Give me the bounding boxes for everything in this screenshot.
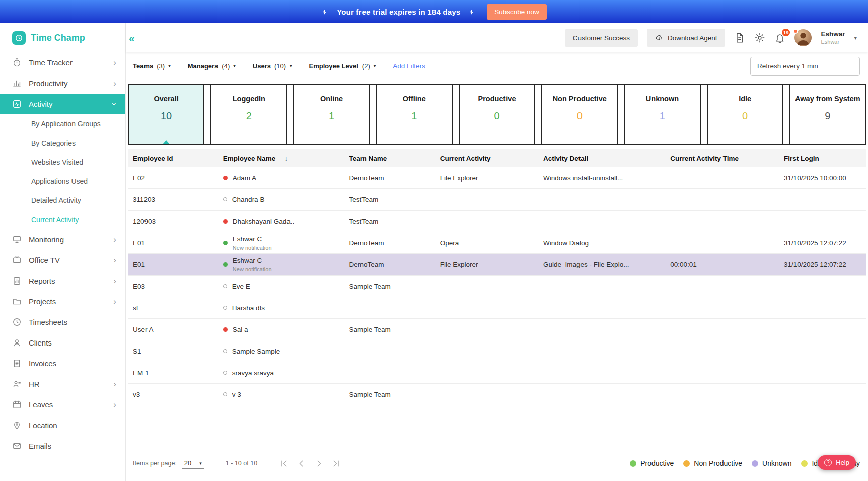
column-header-activity-detail[interactable]: Activity Detail bbox=[538, 155, 665, 162]
stat-card-non-productive[interactable]: Non Productive0 bbox=[541, 85, 618, 144]
sidebar-item-activity[interactable]: Activity› bbox=[0, 94, 125, 114]
sidebar-item-clients[interactable]: Clients bbox=[0, 332, 125, 353]
filter-users[interactable]: Users(10)▾ bbox=[253, 62, 292, 70]
activity-icon bbox=[12, 99, 22, 109]
status-dot-hollow bbox=[223, 371, 227, 375]
table-row[interactable]: E01Eshwar CNew notificationDemoTeamOpera… bbox=[128, 232, 866, 254]
sidebar-item-reports[interactable]: Reports› bbox=[0, 270, 125, 291]
legend-unknown: Unknown bbox=[752, 459, 791, 467]
status-dot-green bbox=[223, 241, 228, 245]
sidebar-item-label: HR bbox=[29, 380, 40, 388]
sidebar-subitem-websites-visited[interactable]: Websites Visited bbox=[0, 153, 125, 172]
employee-name-cell: sravya sravya bbox=[218, 369, 344, 377]
sidebar-subitem-by-categories[interactable]: By Categories bbox=[0, 133, 125, 153]
stat-card-idle[interactable]: Idle0 bbox=[707, 85, 783, 144]
help-button[interactable]: ? Help bbox=[818, 455, 856, 470]
table-row[interactable]: S1Sample Sample bbox=[128, 340, 866, 362]
user-menu[interactable]: Eshwar Eshwar bbox=[821, 30, 845, 46]
table-row[interactable]: E02Adam ADemoTeamFile ExplorerWindows in… bbox=[128, 167, 866, 189]
table-header-row: Employee IdEmployee Name↓Team NameCurren… bbox=[128, 149, 866, 167]
column-header-employee-name[interactable]: Employee Name↓ bbox=[218, 154, 344, 162]
subscribe-now-button[interactable]: Subscribe now bbox=[487, 4, 547, 20]
table-row[interactable]: 311203Chandra BTestTeam bbox=[128, 189, 866, 211]
notifications-bell-icon[interactable]: 19 bbox=[774, 32, 785, 43]
sidebar-item-productivity[interactable]: Productivity› bbox=[0, 73, 125, 94]
cell-login: 31/10/2025 12:07:22 bbox=[779, 239, 866, 247]
column-header-first-login[interactable]: First Login bbox=[779, 155, 866, 162]
items-per-page-select[interactable]: 20 ▾ bbox=[182, 458, 204, 469]
sidebar-subitem-current-activity[interactable]: Current Activity bbox=[0, 210, 125, 229]
document-icon[interactable] bbox=[734, 32, 745, 43]
table-row[interactable]: E03Eve ESample Team bbox=[128, 276, 866, 297]
cell-id: 120903 bbox=[128, 218, 218, 225]
table-row[interactable]: sfHarsha dfs bbox=[128, 297, 866, 319]
table-row[interactable]: EM 1sravya sravya bbox=[128, 362, 866, 384]
sidebar-subitem-applications-used[interactable]: Applications Used bbox=[0, 172, 125, 191]
stat-card-away-from-system[interactable]: Away from System9 bbox=[789, 85, 865, 144]
table-row[interactable]: User ASai aSample Team bbox=[128, 319, 866, 340]
sidebar-item-monitoring[interactable]: Monitoring› bbox=[0, 229, 125, 250]
download-agent-button[interactable]: Download Agent bbox=[647, 29, 725, 47]
brand-name: Time Champ bbox=[31, 33, 85, 43]
invoices-icon bbox=[12, 359, 22, 368]
employee-name: Chandra B bbox=[232, 196, 265, 203]
sidebar-subitem-detailed-activity[interactable]: Detailed Activity bbox=[0, 191, 125, 210]
stat-card-unknown[interactable]: Unknown1 bbox=[624, 85, 700, 144]
status-dot-hollow bbox=[223, 392, 227, 396]
collapse-sidebar-icon[interactable]: « bbox=[129, 33, 135, 43]
cloud-download-icon bbox=[655, 34, 663, 42]
filter-count: (2) bbox=[362, 62, 370, 70]
previous-page-button[interactable] bbox=[296, 458, 307, 469]
table-row[interactable]: E01Eshwar CNew notificationDemoTeamFile … bbox=[128, 254, 866, 276]
stat-card-overall[interactable]: Overall10 bbox=[129, 85, 204, 144]
filter-managers[interactable]: Managers(4)▾ bbox=[188, 62, 236, 70]
employee-name: v 3 bbox=[232, 391, 241, 398]
sidebar-item-office-tv[interactable]: Office TV› bbox=[0, 250, 125, 270]
settings-gear-icon[interactable] bbox=[754, 32, 765, 43]
chevron-right-icon: › bbox=[113, 256, 116, 264]
stat-card-online[interactable]: Online1 bbox=[293, 85, 370, 144]
column-header-current-activity-time[interactable]: Current Activity Time bbox=[665, 155, 779, 162]
table-row[interactable]: 120903Dhakshayani Gada..TestTeam bbox=[128, 211, 866, 232]
sidebar-item-leaves[interactable]: Leaves› bbox=[0, 394, 125, 415]
items-per-page-label: Items per page: bbox=[133, 460, 177, 467]
sidebar-item-invoices[interactable]: Invoices bbox=[0, 353, 125, 374]
column-header-team-name[interactable]: Team Name bbox=[344, 155, 435, 162]
next-page-button[interactable] bbox=[314, 458, 324, 469]
chevron-right-icon: › bbox=[113, 277, 116, 285]
filter-label: Managers bbox=[188, 62, 219, 70]
stat-card-offline[interactable]: Offline1 bbox=[376, 85, 453, 144]
filter-employee-level[interactable]: Employee Level(2)▾ bbox=[309, 62, 376, 70]
filter-teams[interactable]: Teams(3)▾ bbox=[133, 62, 171, 70]
lightning-bolt-icon bbox=[321, 8, 329, 16]
stat-card-productive[interactable]: Productive0 bbox=[459, 85, 535, 144]
column-header-employee-id[interactable]: Employee Id bbox=[128, 155, 218, 162]
sidebar-item-time-tracker[interactable]: Time Tracker› bbox=[0, 52, 125, 73]
sidebar-item-timesheets[interactable]: Timesheets bbox=[0, 312, 125, 332]
filter-label: Teams bbox=[133, 62, 153, 70]
customer-success-button[interactable]: Customer Success bbox=[565, 29, 638, 47]
avatar[interactable] bbox=[794, 29, 812, 46]
employee-name: Adam A bbox=[233, 174, 256, 182]
table-row[interactable]: v3v 3Sample Team bbox=[128, 384, 866, 405]
sidebar-item-projects[interactable]: Projects› bbox=[0, 291, 125, 312]
column-header-current-activity[interactable]: Current Activity bbox=[435, 155, 538, 162]
cell-detail: Window Dialog bbox=[538, 239, 665, 247]
first-page-button[interactable] bbox=[278, 458, 289, 469]
refresh-interval-select[interactable]: Refresh every 1 min bbox=[750, 57, 860, 76]
add-filters-link[interactable]: Add Filters bbox=[393, 62, 425, 70]
clients-icon bbox=[12, 338, 22, 348]
stat-card-loggedin[interactable]: LoggedIn2 bbox=[210, 85, 287, 144]
sidebar-item-location[interactable]: Location bbox=[0, 415, 125, 436]
chevron-right-icon: › bbox=[113, 79, 116, 88]
sidebar-item-emails[interactable]: Emails bbox=[0, 436, 125, 456]
sidebar-subitem-by-application-groups[interactable]: By Application Groups bbox=[0, 114, 125, 133]
sidebar-item-hr[interactable]: HR› bbox=[0, 374, 125, 394]
cell-team: Sample Team bbox=[344, 326, 435, 333]
chevron-down-icon[interactable]: ▾ bbox=[854, 35, 857, 41]
stat-value: 1 bbox=[660, 110, 665, 122]
pagination-range: 1 - 10 of 10 bbox=[226, 460, 257, 467]
caret-down-icon: ▾ bbox=[168, 63, 171, 68]
last-page-button[interactable] bbox=[331, 458, 342, 469]
column-header-label: Team Name bbox=[349, 155, 387, 162]
